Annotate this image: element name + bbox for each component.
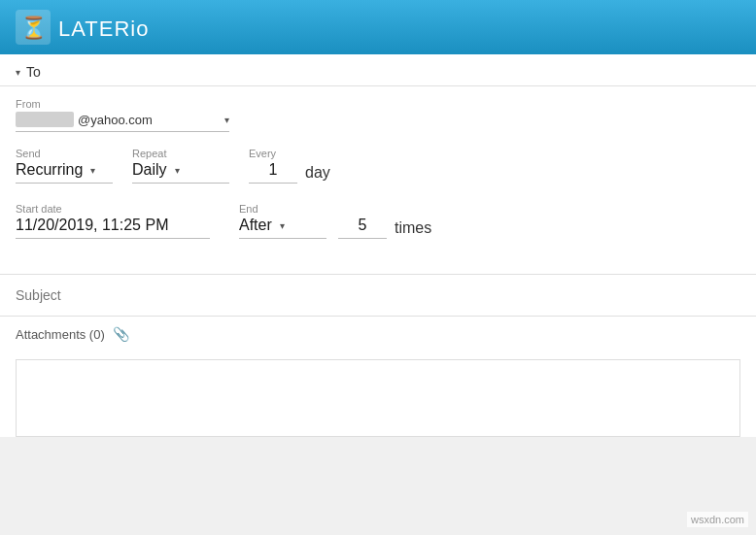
subject-input[interactable]: [16, 287, 740, 303]
every-input[interactable]: [249, 161, 297, 184]
from-label: From: [16, 98, 740, 110]
end-select[interactable]: After ▾: [239, 217, 326, 239]
watermark: wsxdn.com: [687, 512, 748, 527]
from-row: From @yahoo.com ▾: [16, 98, 740, 132]
send-dropdown-arrow[interactable]: ▾: [90, 165, 95, 176]
from-email: @yahoo.com: [78, 113, 221, 127]
start-date-label: Start date: [16, 203, 210, 215]
send-label: Send: [16, 148, 113, 159]
start-date-field: Start date 11/20/2019, 11:25 PM: [16, 203, 210, 239]
times-input[interactable]: [338, 217, 387, 239]
start-date-value[interactable]: 11/20/2019, 11:25 PM: [16, 217, 210, 239]
every-field: Every day: [249, 148, 330, 184]
options-row: Send Recurring ▾ Repeat Daily ▾ Every da…: [16, 148, 740, 184]
send-value: Recurring: [16, 161, 83, 179]
repeat-dropdown-arrow[interactable]: ▾: [175, 165, 180, 176]
send-field: Send Recurring ▾: [16, 148, 113, 184]
attachments-label: Attachments (0): [16, 327, 105, 342]
paperclip-icon[interactable]: 📎: [113, 326, 129, 342]
end-dropdown-arrow[interactable]: ▾: [280, 220, 285, 231]
every-input-group: day: [249, 161, 330, 184]
every-label: Every: [249, 148, 330, 159]
repeat-value: Daily: [132, 161, 167, 179]
to-label: To: [26, 64, 41, 80]
main-content: ▾ To From @yahoo.com ▾ Send Recurring ▾: [0, 54, 756, 437]
logo-text: LATERio: [58, 12, 149, 43]
times-label: times: [395, 219, 431, 237]
hourglass-icon: ⏳: [16, 10, 51, 45]
app-header: ⏳ LATERio: [0, 0, 756, 54]
svg-text:⏳: ⏳: [20, 15, 48, 41]
to-section: ▾ To: [0, 54, 756, 86]
end-value: After: [239, 217, 272, 234]
from-select[interactable]: @yahoo.com ▾: [16, 112, 229, 132]
datetime-row: Start date 11/20/2019, 11:25 PM End Afte…: [16, 199, 740, 239]
end-label: End: [239, 203, 326, 215]
from-dropdown-arrow[interactable]: ▾: [224, 115, 229, 125]
subject-section: [0, 274, 756, 316]
day-label: day: [305, 164, 330, 182]
end-field: End After ▾: [239, 203, 326, 239]
chevron-down-icon[interactable]: ▾: [16, 67, 20, 78]
repeat-label: Repeat: [132, 148, 229, 159]
form-area: From @yahoo.com ▾ Send Recurring ▾ Repea…: [0, 86, 756, 274]
times-input-group: times: [338, 217, 431, 239]
repeat-field: Repeat Daily ▾: [132, 148, 229, 184]
email-prefix-box: [16, 112, 74, 127]
send-select[interactable]: Recurring ▾: [16, 161, 113, 184]
attachments-section: Attachments (0) 📎: [0, 316, 756, 351]
logo: ⏳ LATERio: [16, 10, 149, 45]
email-body-area[interactable]: [16, 359, 740, 437]
repeat-select[interactable]: Daily ▾: [132, 161, 229, 184]
